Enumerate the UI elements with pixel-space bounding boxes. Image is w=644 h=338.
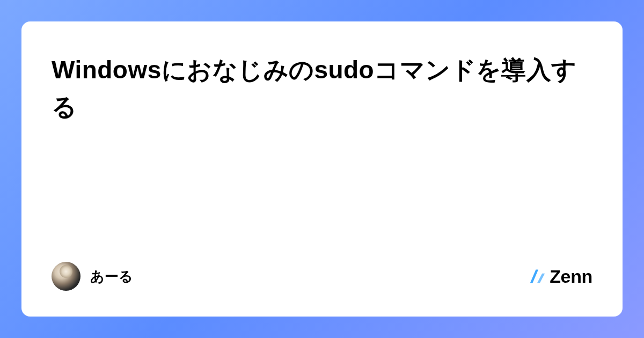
article-title: Windowsにおなじみのsudoコマンドを導入する <box>52 52 592 126</box>
author-section: あーる <box>52 262 133 291</box>
brand-name: Zenn <box>550 266 592 287</box>
author-name: あーる <box>90 267 133 286</box>
zenn-logo-icon <box>529 268 546 285</box>
author-avatar <box>52 262 80 291</box>
card-footer: あーる Zenn <box>52 262 592 291</box>
brand-logo: Zenn <box>529 266 592 287</box>
article-card: Windowsにおなじみのsudoコマンドを導入する あーる Zenn <box>21 21 623 317</box>
